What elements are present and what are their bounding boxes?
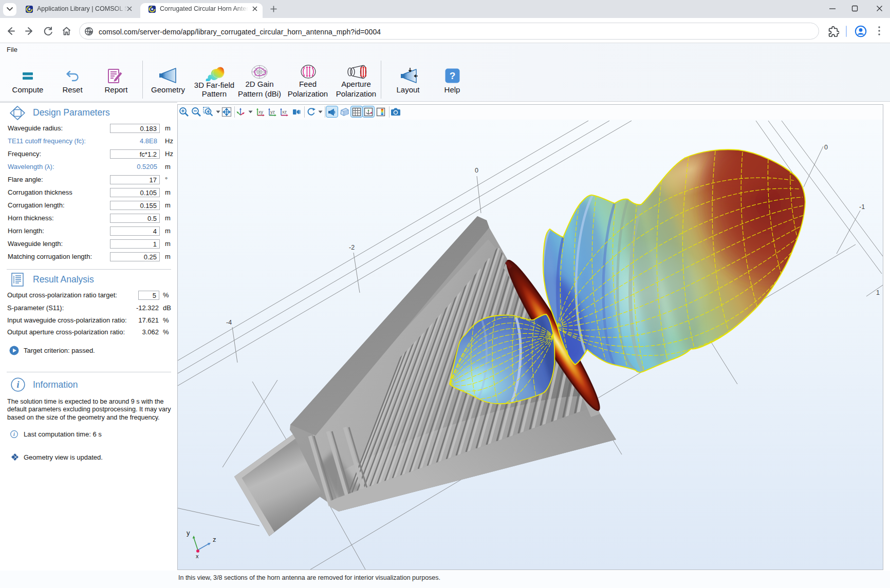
svg-text:y: y <box>187 529 190 537</box>
svg-text:?: ? <box>450 70 456 81</box>
svg-text:-4: -4 <box>226 319 232 326</box>
svg-text:xy: xy <box>258 109 264 115</box>
svg-text:0: 0 <box>475 167 478 174</box>
svg-text:i: i <box>13 431 15 437</box>
svg-text:xz: xz <box>282 109 287 115</box>
svg-text:-2: -2 <box>349 244 355 251</box>
svg-text:0: 0 <box>824 144 828 151</box>
svg-text:yz: yz <box>270 109 275 115</box>
svg-text:z: z <box>213 536 216 543</box>
svg-text:i: i <box>16 380 19 390</box>
svg-text:1: 1 <box>876 289 880 296</box>
svg-text:-1: -1 <box>859 203 865 211</box>
svg-text:x: x <box>196 553 199 559</box>
